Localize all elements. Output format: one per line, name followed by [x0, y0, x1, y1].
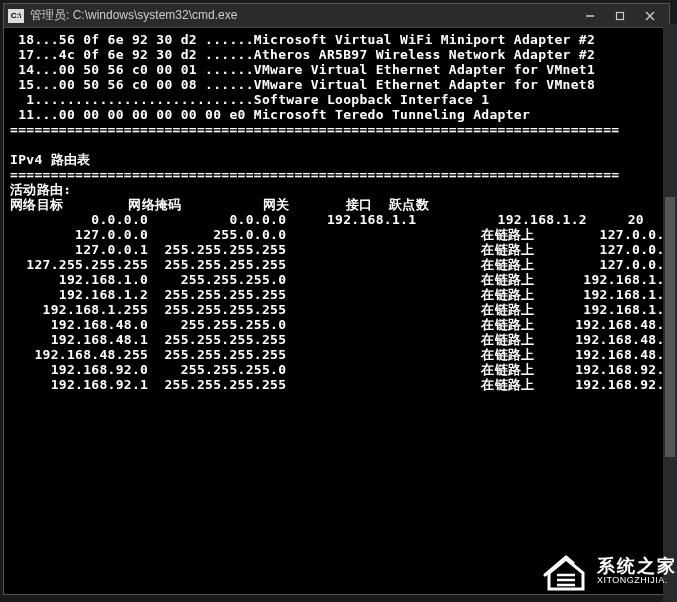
maximize-button[interactable]: [605, 6, 635, 26]
minimize-button[interactable]: [575, 6, 605, 26]
scrollbar-thumb[interactable]: [665, 197, 675, 457]
vertical-scrollbar[interactable]: [663, 24, 677, 602]
titlebar[interactable]: C:\ 管理员: C:\windows\system32\cmd.exe: [4, 4, 669, 28]
svg-rect-1: [617, 12, 624, 19]
cmd-icon: C:\: [8, 9, 24, 23]
window-title: 管理员: C:\windows\system32\cmd.exe: [30, 7, 575, 24]
terminal-output[interactable]: 18...56 0f 6e 92 30 d2 ......Microsoft V…: [4, 28, 669, 594]
watermark-cn: 系统之家: [597, 557, 677, 577]
cmd-window: C:\ 管理员: C:\windows\system32\cmd.exe 18.…: [3, 3, 670, 595]
house-icon: [541, 549, 591, 594]
watermark: 系统之家 XITONGZHIJIA.: [541, 549, 677, 594]
watermark-en: XITONGZHIJIA.: [597, 576, 677, 586]
close-button[interactable]: [635, 6, 665, 26]
window-controls: [575, 6, 665, 26]
